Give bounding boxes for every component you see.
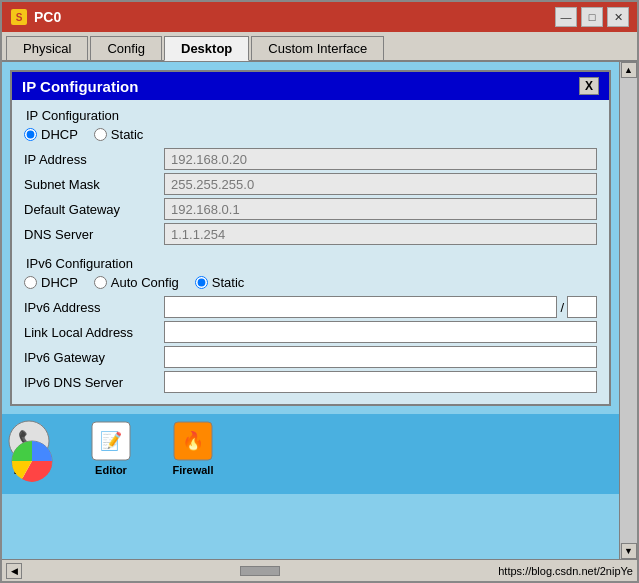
scroll-down-button[interactable]: ▼ [621,543,637,559]
title-bar-left: S PC0 [10,8,61,26]
window-title: PC0 [34,9,61,25]
tab-config[interactable]: Config [90,36,162,60]
default-gateway-row: Default Gateway [24,198,597,220]
ipv6-address-label: IPv6 Address [24,300,164,315]
svg-text:🔥: 🔥 [182,430,205,452]
ipv6-gateway-row: IPv6 Gateway [24,346,597,368]
scrollbar[interactable]: ▲ ▼ [619,62,637,559]
maximize-button[interactable]: □ [581,7,603,27]
default-gateway-label: Default Gateway [24,202,164,217]
svg-text:S: S [16,12,23,23]
ipv6-dhcp-radio-item[interactable]: DHCP [24,275,78,290]
tab-custom-interface[interactable]: Custom Interface [251,36,384,60]
ipv6-address-row: IPv6 Address / [24,296,597,318]
pie-chart-icon [8,437,56,488]
ipv6-dns-label: IPv6 DNS Server [24,375,164,390]
ipv6-dhcp-radio[interactable] [24,276,37,289]
ipv4-section-label: IP Configuration [24,108,597,123]
dhcp-radio[interactable] [24,128,37,141]
title-controls: — □ ✕ [555,7,629,27]
ipv6-dhcp-label: DHCP [41,275,78,290]
editor-icon: 📝 [90,420,132,462]
ipv6-static-radio[interactable] [195,276,208,289]
main-content: IP Configuration X IP Configuration DHCP [2,62,637,559]
ipv6-gateway-input[interactable] [164,346,597,368]
link-local-label: Link Local Address [24,325,164,340]
ipv6-section-label: IPv6 Configuration [24,256,597,271]
panel-body: IP Configuration DHCP Static IP Address [12,100,609,404]
subnet-mask-input[interactable] [164,173,597,195]
ipv6-auto-label: Auto Config [111,275,179,290]
ipv4-mode-radio-row: DHCP Static [24,127,597,142]
ipv6-auto-radio-item[interactable]: Auto Config [94,275,179,290]
ip-address-row: IP Address [24,148,597,170]
default-gateway-input[interactable] [164,198,597,220]
scroll-track[interactable] [620,78,637,543]
status-scroll-thumb[interactable] [240,566,280,576]
ipv6-gateway-label: IPv6 Gateway [24,350,164,365]
tab-desktop[interactable]: Desktop [164,36,249,61]
minimize-button[interactable]: — [555,7,577,27]
dns-server-input[interactable] [164,223,597,245]
link-local-input[interactable] [164,321,597,343]
ipv6-auto-radio[interactable] [94,276,107,289]
ipv6-mode-radio-row: DHCP Auto Config Static [24,275,597,290]
window: S PC0 — □ ✕ Physical Config Desktop Cust… [0,0,639,583]
static-label: Static [111,127,144,142]
title-bar: S PC0 — □ ✕ [2,2,637,32]
ip-address-label: IP Address [24,152,164,167]
ipv6-dns-input[interactable] [164,371,597,393]
ipv6-address-input[interactable] [164,296,557,318]
status-bar-center [22,566,498,576]
app-icon: S [10,8,28,26]
content-area: IP Configuration X IP Configuration DHCP [2,62,619,559]
dns-server-row: DNS Server [24,223,597,245]
tabs-bar: Physical Config Desktop Custom Interface [2,32,637,62]
dhcp-label: DHCP [41,127,78,142]
static-radio-item[interactable]: Static [94,127,144,142]
ipv6-static-label: Static [212,275,245,290]
status-url: https://blog.csdn.net/2nip [498,565,620,577]
ipv6-dns-row: IPv6 DNS Server [24,371,597,393]
close-window-button[interactable]: ✕ [607,7,629,27]
panel-close-button[interactable]: X [579,77,599,95]
firewall-icon: 🔥 [172,420,214,462]
ipv6-slash: / [559,296,565,318]
panel-title: IP Configuration [22,78,138,95]
ipv6-address-container: / [164,296,597,318]
ip-config-panel: IP Configuration X IP Configuration DHCP [10,70,611,406]
subnet-mask-label: Subnet Mask [24,177,164,192]
subnet-mask-row: Subnet Mask [24,173,597,195]
bottom-dock: 📞 Dialer 📝 Editor 🔥 [2,414,619,494]
svg-text:📝: 📝 [100,430,123,452]
ip-address-input[interactable] [164,148,597,170]
scroll-up-button[interactable]: ▲ [621,62,637,78]
firewall-label: Firewall [173,464,214,476]
status-bar: ◀ https://blog.csdn.net/2nip Ye [2,559,637,581]
editor-label: Editor [95,464,127,476]
dock-item-firewall[interactable]: 🔥 Firewall [172,420,214,476]
ipv6-prefix-input[interactable] [567,296,597,318]
status-scroll-left-button[interactable]: ◀ [6,563,22,579]
panel-title-bar: IP Configuration X [12,72,609,100]
ipv6-static-radio-item[interactable]: Static [195,275,245,290]
dns-server-label: DNS Server [24,227,164,242]
dhcp-radio-item[interactable]: DHCP [24,127,78,142]
tab-physical[interactable]: Physical [6,36,88,60]
dock-item-editor[interactable]: 📝 Editor [90,420,132,476]
status-right-text: Ye [621,565,633,577]
static-radio[interactable] [94,128,107,141]
link-local-row: Link Local Address [24,321,597,343]
